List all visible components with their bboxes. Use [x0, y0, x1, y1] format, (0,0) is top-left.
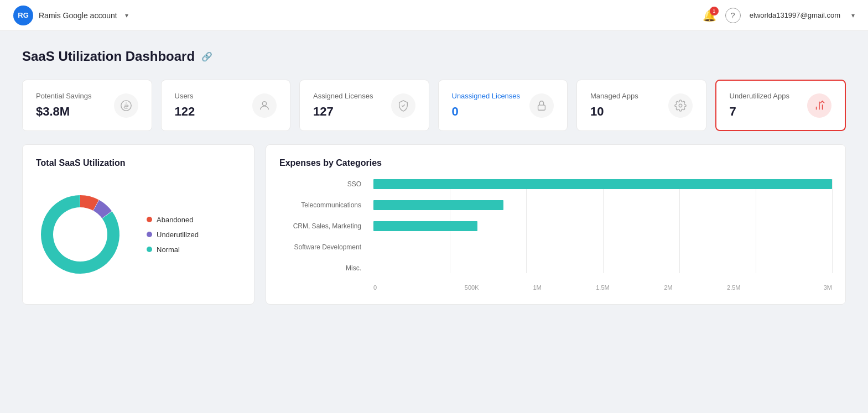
stat-value: 0: [452, 104, 521, 119]
donut-segment-underutilized: [96, 205, 107, 215]
x-tick: 500K: [439, 284, 504, 291]
bar-chart-title: Expenses by Categories: [279, 158, 832, 168]
page-title: SaaS Utilization Dashboard: [22, 49, 195, 64]
header-left: RG Ramis Google account ▾: [13, 6, 128, 25]
link-icon[interactable]: 🔗: [201, 51, 212, 62]
stat-card-managed-apps[interactable]: Managed Apps 10: [576, 80, 706, 131]
main-content: SaaS Utilization Dashboard 🔗 Potential S…: [0, 31, 868, 322]
bar-fill: [373, 200, 503, 210]
donut-legend: Abandoned Underutilized Normal: [147, 216, 199, 254]
stat-label: Potential Savings: [36, 92, 91, 100]
legend-label: Underutilized: [157, 231, 199, 239]
chart-wrapper: SSOTelecommunicationsCRM, Sales, Marketi…: [279, 179, 832, 291]
header: RG Ramis Google account ▾ 🔔 1 ? elworlda…: [0, 0, 868, 31]
bar-track: [373, 242, 832, 252]
legend-label: Normal: [157, 245, 180, 254]
x-tick: 2M: [636, 284, 701, 291]
bar-label: Software Development: [279, 243, 368, 251]
user-chevron-icon[interactable]: ▾: [851, 12, 855, 19]
bar-track: [373, 221, 832, 231]
stat-card-text: Potential Savings $3.8M: [36, 92, 91, 119]
donut-section: Abandoned Underutilized Normal: [36, 179, 241, 290]
bar-row: CRM, Sales, Marketing: [373, 221, 832, 231]
stat-icon-wrap: [114, 93, 138, 118]
bar-fill: [373, 179, 832, 189]
stat-card-text: Assigned Licenses 127: [313, 92, 373, 119]
legend-dot: [147, 232, 152, 237]
svg-point-3: [679, 104, 682, 107]
bar-row: SSO: [373, 179, 832, 189]
stat-card-text: Unassigned Licenses 0: [452, 92, 521, 119]
bar-track: [373, 200, 832, 210]
user-email[interactable]: elworlda131997@gmail.com: [750, 11, 840, 19]
x-axis: 0500K1M1.5M2M2.5M3M: [279, 284, 832, 291]
notification-badge: 1: [710, 7, 719, 15]
stat-value: 127: [313, 104, 373, 119]
donut-panel: Total SaaS Utilization Abandoned Underut…: [22, 144, 254, 305]
panels-row: Total SaaS Utilization Abandoned Underut…: [22, 144, 846, 305]
stat-label: Assigned Licenses: [313, 92, 373, 100]
stat-label: Unassigned Licenses: [452, 92, 521, 100]
bar-track: [373, 263, 832, 273]
legend-item-normal: Normal: [147, 245, 199, 254]
stat-card-text: Managed Apps 10: [590, 92, 638, 119]
x-tick: 0: [373, 284, 439, 291]
svg-point-1: [262, 101, 266, 105]
avatar: RG: [13, 6, 33, 25]
bar-label: CRM, Sales, Marketing: [279, 222, 368, 230]
svg-point-0: [121, 100, 131, 110]
stat-icon-wrap: [252, 93, 277, 118]
stat-card-unassigned-licenses[interactable]: Unassigned Licenses 0: [438, 80, 568, 131]
stat-icon-wrap: [529, 93, 554, 118]
stat-value: 10: [590, 104, 638, 119]
x-tick: 2.5M: [701, 284, 766, 291]
account-name[interactable]: Ramis Google account: [39, 11, 117, 20]
x-tick: 1M: [505, 284, 570, 291]
stat-icon-wrap: [807, 93, 831, 118]
stat-value: $3.8M: [36, 104, 91, 119]
legend-dot: [147, 247, 152, 252]
bar-row: Telecommunications: [373, 200, 832, 210]
stat-card-users[interactable]: Users 122: [161, 80, 291, 131]
stat-card-underutilized-apps[interactable]: Underutilized Apps 7: [715, 80, 846, 131]
bar-label: SSO: [279, 180, 368, 188]
notification-icon[interactable]: 🔔 1: [703, 9, 716, 22]
stat-card-assigned-licenses[interactable]: Assigned Licenses 127: [299, 80, 429, 131]
donut-segment-abandoned: [80, 201, 96, 205]
account-chevron-icon[interactable]: ▾: [125, 12, 128, 19]
legend-label: Abandoned: [157, 216, 194, 224]
stat-icon-wrap: [668, 93, 693, 118]
donut-chart: [36, 190, 124, 279]
bar-chart-panel: Expenses by Categories SSOTelecommunicat…: [266, 144, 846, 305]
stats-row: Potential Savings $3.8M Users 122 Assign…: [22, 80, 846, 131]
header-right: 🔔 1 ? elworlda131997@gmail.com ▾: [703, 8, 855, 23]
svg-rect-2: [538, 105, 545, 110]
help-icon[interactable]: ?: [725, 8, 741, 23]
stat-card-text: Underutilized Apps 7: [730, 92, 789, 119]
bar-row: Software Development: [373, 242, 832, 252]
bar-track: [373, 179, 832, 189]
x-tick: 3M: [767, 284, 832, 291]
donut-panel-title: Total SaaS Utilization: [36, 158, 241, 168]
stat-value: 7: [730, 104, 789, 119]
stat-label: Underutilized Apps: [730, 92, 789, 100]
legend-item-abandoned: Abandoned: [147, 216, 199, 224]
legend-dot: [147, 217, 152, 222]
bar-label: Telecommunications: [279, 201, 368, 209]
stat-card-text: Users 122: [175, 92, 195, 119]
page-title-row: SaaS Utilization Dashboard 🔗: [22, 49, 846, 64]
legend-item-underutilized: Underutilized: [147, 231, 199, 239]
bar-label: Misc.: [279, 264, 368, 272]
bar-fill: [373, 221, 477, 231]
stat-card-potential-savings[interactable]: Potential Savings $3.8M: [22, 80, 152, 131]
bar-row: Misc.: [373, 263, 832, 273]
stat-icon-wrap: [391, 93, 415, 118]
stat-label: Managed Apps: [590, 92, 638, 100]
x-tick: 1.5M: [570, 284, 635, 291]
stat-value: 122: [175, 104, 195, 119]
stat-label: Users: [175, 92, 195, 100]
grid-line: [832, 179, 833, 273]
chart-bars-area: SSOTelecommunicationsCRM, Sales, Marketi…: [279, 179, 832, 273]
